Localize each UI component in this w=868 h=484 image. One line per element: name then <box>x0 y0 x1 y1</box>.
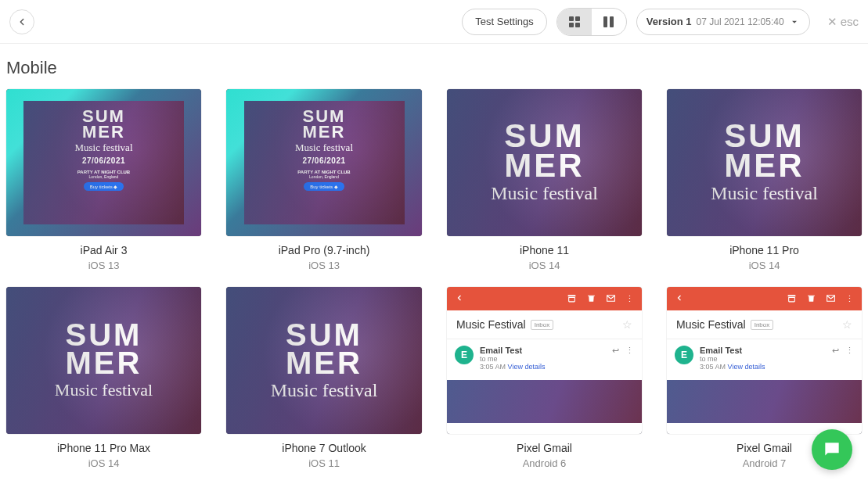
gmail-sender: Email Test <box>480 346 606 355</box>
poster-date: 27/06/2021 <box>82 156 125 165</box>
poster-line1: SUM <box>504 121 584 151</box>
star-icon: ☆ <box>842 318 852 331</box>
poster-date: 27/06/2021 <box>302 156 345 165</box>
preview-thumbnail[interactable]: SUM MER Music festival <box>667 89 862 236</box>
poster-preview-zoom: SUM MER Music festival <box>6 287 201 434</box>
poster-line2: MER <box>303 124 346 140</box>
poster-button: Buy tickets ◆ <box>84 182 124 191</box>
more-icon: ⋮ <box>845 346 854 356</box>
esc-hint[interactable]: ✕ esc <box>827 15 859 29</box>
test-settings-button[interactable]: Test Settings <box>462 9 546 35</box>
chat-fab[interactable] <box>812 429 852 470</box>
preview-thumbnail[interactable]: SUM MER Music festival 27/06/2021 PARTY … <box>226 89 422 236</box>
gmail-time: 3:05 AM View details <box>480 363 606 371</box>
back-button[interactable] <box>9 9 34 34</box>
poster-line2: MER <box>286 349 362 377</box>
device-name: iPhone 11 Pro Max <box>6 442 201 454</box>
gmail-toolbar: ⋮ <box>667 287 862 310</box>
poster-line1: SUM <box>66 321 142 349</box>
svg-rect-1 <box>788 295 796 296</box>
poster-location: London, England <box>89 174 119 179</box>
device-os: iOS 13 <box>6 260 201 271</box>
poster-preview-zoom: SUM MER Music festival <box>226 287 422 434</box>
device-grid: SUM MER Music festival 27/06/2021 PARTY … <box>6 89 862 469</box>
poster-subtitle: Music festival <box>55 380 153 400</box>
gmail-sender: Email Test <box>700 346 826 355</box>
poster-line1: SUM <box>303 109 346 124</box>
grid-icon <box>569 16 580 27</box>
arrow-left-icon <box>16 16 27 27</box>
trash-icon <box>806 293 816 305</box>
gmail-body-preview <box>447 380 642 423</box>
gmail-recipient: to me <box>480 355 606 363</box>
arrow-left-icon <box>675 293 684 304</box>
grid-view-button[interactable] <box>557 9 592 35</box>
device-card: SUM MER Music festival iPhone 7 Outlook … <box>226 287 422 469</box>
gmail-body-preview <box>667 380 862 423</box>
section-title: Mobile <box>6 58 862 78</box>
poster-subtitle: Music festival <box>271 380 378 401</box>
reply-icon: ↩ <box>832 346 839 356</box>
device-os: iOS 14 <box>667 260 862 271</box>
content: Mobile SUM MER Music festival 27/06/2021… <box>0 44 868 469</box>
device-name: Pixel Gmail <box>447 442 642 454</box>
mail-icon <box>606 293 616 305</box>
device-os: iOS 14 <box>6 457 201 469</box>
avatar: E <box>675 346 693 364</box>
preview-thumbnail[interactable]: SUM MER Music festival 27/06/2021 PARTY … <box>6 89 201 236</box>
gmail-preview: ⋮ Music Festival Inbox ☆ E Email Test to… <box>667 287 862 434</box>
poster-line1: SUM <box>286 321 362 349</box>
poster-line2: MER <box>724 151 804 181</box>
poster-party: PARTY AT NIGHT CLUB <box>77 170 130 174</box>
columns-icon <box>603 16 614 27</box>
device-name: iPhone 7 Outlook <box>226 442 422 454</box>
gmail-subject-row: Music Festival Inbox ☆ <box>667 310 862 339</box>
version-dropdown[interactable]: Version 1 07 Jul 2021 12:05:40 <box>636 9 810 35</box>
poster-preview: SUM MER Music festival 27/06/2021 PARTY … <box>226 89 422 236</box>
device-name: iPad Air 3 <box>6 244 201 256</box>
archive-icon <box>787 293 797 305</box>
preview-thumbnail[interactable]: ⋮ Music Festival Inbox ☆ E Email Test to… <box>667 287 862 434</box>
archive-icon <box>567 293 577 305</box>
test-settings-label: Test Settings <box>475 16 533 27</box>
preview-thumbnail[interactable]: ⋮ Music Festival Inbox ☆ E Email Test to… <box>447 287 642 434</box>
view-toggle <box>556 8 627 36</box>
gmail-preview: ⋮ Music Festival Inbox ☆ E Email Test to… <box>447 287 642 434</box>
arrow-left-icon <box>455 293 464 304</box>
poster-line1: SUM <box>724 121 804 151</box>
avatar: E <box>455 346 474 364</box>
device-card: SUM MER Music festival iPhone 11 Pro iOS… <box>667 89 862 271</box>
poster-subtitle: Music festival <box>491 183 598 204</box>
toolbar: Test Settings Version 1 07 Jul 2021 12:0… <box>0 0 868 44</box>
device-card: SUM MER Music festival 27/06/2021 PARTY … <box>226 89 422 271</box>
trash-icon <box>586 293 596 305</box>
mail-icon <box>826 293 836 305</box>
preview-thumbnail[interactable]: SUM MER Music festival <box>6 287 201 434</box>
star-icon: ☆ <box>622 318 632 331</box>
poster-line2: MER <box>82 124 125 140</box>
reply-icon: ↩ <box>612 346 619 356</box>
gmail-subject-row: Music Festival Inbox ☆ <box>447 310 642 339</box>
device-card: SUM MER Music festival iPhone 11 Pro Max… <box>6 287 201 469</box>
preview-thumbnail[interactable]: SUM MER Music festival <box>226 287 422 434</box>
device-name: iPhone 11 <box>447 244 642 256</box>
preview-thumbnail[interactable]: SUM MER Music festival <box>447 89 642 236</box>
poster-subtitle: Music festival <box>711 183 818 204</box>
esc-label: esc <box>841 15 859 28</box>
chat-icon <box>822 439 842 460</box>
split-view-button[interactable] <box>592 9 626 35</box>
gmail-recipient: to me <box>700 355 826 363</box>
device-card: SUM MER Music festival 27/06/2021 PARTY … <box>6 89 201 271</box>
poster-line2: MER <box>504 151 584 181</box>
poster-line1: SUM <box>82 109 125 124</box>
poster-line2: MER <box>66 349 142 377</box>
svg-rect-0 <box>568 295 576 296</box>
more-icon: ⋮ <box>845 294 854 304</box>
device-card: SUM MER Music festival iPhone 11 iOS 14 <box>447 89 642 271</box>
chevron-down-icon <box>789 16 800 27</box>
more-icon: ⋮ <box>625 346 634 356</box>
device-os: iOS 11 <box>226 457 422 469</box>
version-date: 07 Jul 2021 12:05:40 <box>697 16 784 27</box>
gmail-message-row: E Email Test to me 3:05 AM View details … <box>447 339 642 377</box>
device-name: iPad Pro (9.7-inch) <box>226 244 422 256</box>
